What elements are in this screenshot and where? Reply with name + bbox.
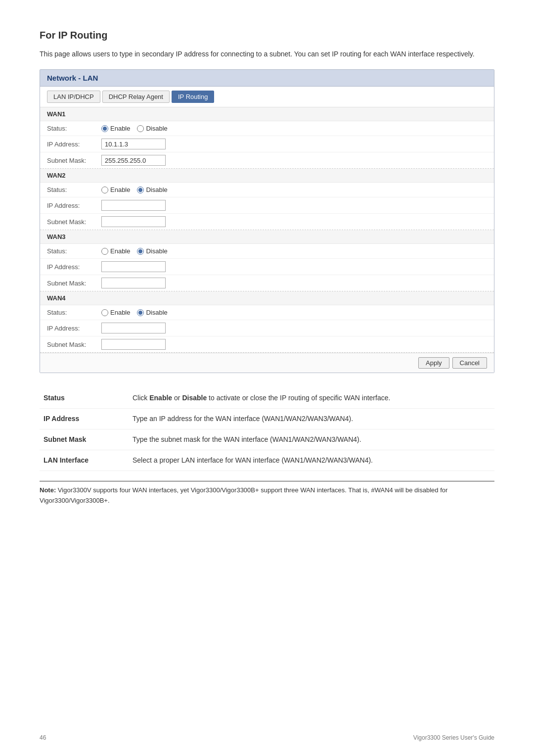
wan2-enable-label: Enable (110, 186, 130, 193)
wan2-enable-radio[interactable] (101, 187, 108, 193)
tabs-row: LAN IP/DHCP DHCP Relay Agent IP Routing (40, 87, 494, 107)
desc-term-ip: IP Address (40, 409, 129, 429)
wan3-subnet-input[interactable] (101, 278, 166, 288)
wan1-status-radio-group: Enable Disable (101, 125, 168, 132)
wan4-title: WAN4 (40, 291, 494, 305)
wan1-ip-label: IP Address: (47, 141, 101, 148)
wan1-enable-radio[interactable] (101, 125, 108, 132)
wan2-ip-input[interactable] (101, 200, 166, 211)
wan1-ip-input[interactable] (101, 139, 166, 149)
wan3-ip-input[interactable] (101, 261, 166, 272)
wan1-disable-option[interactable]: Disable (137, 125, 167, 132)
wan3-ip-row: IP Address: (40, 259, 494, 275)
wan1-title: WAN1 (40, 107, 494, 121)
wan1-enable-label: Enable (110, 125, 130, 132)
wan4-ip-input[interactable] (101, 323, 166, 333)
wan1-subnet-input[interactable] (101, 155, 166, 166)
wan4-disable-label: Disable (146, 309, 167, 316)
wan3-enable-option[interactable]: Enable (101, 247, 130, 255)
desc-row-ip: IP Address Type an IP address for the WA… (40, 409, 494, 429)
wan3-status-label: Status: (47, 247, 101, 255)
wan2-subnet-label: Subnet Mask: (47, 218, 101, 226)
wan3-disable-label: Disable (146, 247, 167, 255)
buttons-row: Apply Cancel (40, 353, 494, 373)
wan3-title: WAN3 (40, 230, 494, 244)
desc-row-lan-interface: LAN Interface Select a proper LAN interf… (40, 450, 494, 471)
wan2-subnet-row: Subnet Mask: (40, 214, 494, 230)
desc-term-status: Status (40, 388, 129, 409)
wan1-subnet-label: Subnet Mask: (47, 157, 101, 164)
wan4-disable-radio[interactable] (137, 309, 144, 316)
desc-row-subnet: Subnet Mask Type the subnet mask for the… (40, 429, 494, 450)
wan3-disable-radio[interactable] (137, 248, 144, 255)
tab-lan-ip-dhcp[interactable]: LAN IP/DHCP (47, 91, 100, 103)
wan1-enable-option[interactable]: Enable (101, 125, 130, 132)
wan4-subnet-input[interactable] (101, 339, 166, 350)
wan2-section: WAN2 Status: Enable Disable IP Address: (40, 169, 494, 230)
wan4-subnet-row: Subnet Mask: (40, 336, 494, 352)
note-text: Vigor3300V supports four WAN interfaces,… (40, 486, 447, 504)
page-description: This page allows users to type in second… (40, 49, 494, 59)
wan4-disable-option[interactable]: Disable (137, 309, 167, 316)
wan4-status-row: Status: Enable Disable (40, 305, 494, 320)
wan2-disable-option[interactable]: Disable (137, 186, 167, 193)
desc-term-subnet: Subnet Mask (40, 429, 129, 450)
wan2-enable-option[interactable]: Enable (101, 186, 130, 193)
wan3-status-row: Status: Enable Disable (40, 244, 494, 259)
desc-detail-subnet: Type the subnet mask for the WAN interfa… (129, 429, 494, 450)
wan2-ip-label: IP Address: (47, 202, 101, 209)
page-number: 46 (40, 734, 46, 741)
desc-detail-lan-interface: Select a proper LAN interface for WAN in… (129, 450, 494, 471)
wan1-ip-row: IP Address: (40, 136, 494, 152)
tab-dhcp-relay-agent[interactable]: DHCP Relay Agent (102, 91, 170, 103)
desc-detail-status: Click Enable or Disable to activate or c… (129, 388, 494, 409)
wan2-title: WAN2 (40, 169, 494, 183)
wan4-enable-radio[interactable] (101, 309, 108, 316)
wan4-ip-row: IP Address: (40, 320, 494, 336)
wan3-subnet-row: Subnet Mask: (40, 275, 494, 291)
wan2-subnet-input[interactable] (101, 216, 166, 227)
wan3-enable-radio[interactable] (101, 248, 108, 255)
wan4-enable-option[interactable]: Enable (101, 309, 130, 316)
wan1-status-row: Status: Enable Disable (40, 121, 494, 136)
apply-button[interactable]: Apply (418, 357, 449, 369)
network-lan-panel: Network - LAN LAN IP/DHCP DHCP Relay Age… (40, 69, 494, 373)
wan1-subnet-row: Subnet Mask: (40, 152, 494, 168)
wan2-status-row: Status: Enable Disable (40, 183, 494, 197)
cancel-button[interactable]: Cancel (452, 357, 487, 369)
wan2-status-label: Status: (47, 186, 101, 193)
desc-term-lan-interface: LAN Interface (40, 450, 129, 471)
wan3-enable-label: Enable (110, 247, 130, 255)
wan4-ip-label: IP Address: (47, 325, 101, 332)
note-label: Note: (40, 486, 56, 494)
footer-product-name: Vigor3300 Series User's Guide (413, 734, 494, 741)
wan1-disable-radio[interactable] (137, 125, 144, 132)
desc-row-status: Status Click Enable or Disable to activa… (40, 388, 494, 409)
wan2-status-radio-group: Enable Disable (101, 186, 168, 193)
wan4-status-label: Status: (47, 309, 101, 316)
page-title: For IP Routing (40, 30, 494, 41)
note-box: Note: Vigor3300V supports four WAN inter… (40, 481, 494, 506)
wan4-status-radio-group: Enable Disable (101, 309, 168, 316)
wan4-enable-label: Enable (110, 309, 130, 316)
wan3-disable-option[interactable]: Disable (137, 247, 167, 255)
wan2-ip-row: IP Address: (40, 197, 494, 214)
wan2-disable-label: Disable (146, 186, 167, 193)
tab-ip-routing[interactable]: IP Routing (172, 91, 214, 103)
wan2-disable-radio[interactable] (137, 187, 144, 193)
wan3-ip-label: IP Address: (47, 263, 101, 271)
wan1-disable-label: Disable (146, 125, 167, 132)
wan3-subnet-label: Subnet Mask: (47, 280, 101, 287)
panel-header: Network - LAN (40, 70, 494, 87)
wan3-section: WAN3 Status: Enable Disable IP Address: (40, 230, 494, 291)
wan4-section: WAN4 Status: Enable Disable IP Address: (40, 291, 494, 353)
wan3-status-radio-group: Enable Disable (101, 247, 168, 255)
wan4-subnet-label: Subnet Mask: (47, 341, 101, 348)
descriptions-table: Status Click Enable or Disable to activa… (40, 388, 494, 471)
desc-detail-ip: Type an IP address for the WAN interface… (129, 409, 494, 429)
wan1-section: WAN1 Status: Enable Disable IP Address: (40, 107, 494, 169)
page-footer: 46 Vigor3300 Series User's Guide (40, 734, 494, 741)
panel-body: WAN1 Status: Enable Disable IP Address: (40, 107, 494, 373)
wan1-status-label: Status: (47, 125, 101, 132)
